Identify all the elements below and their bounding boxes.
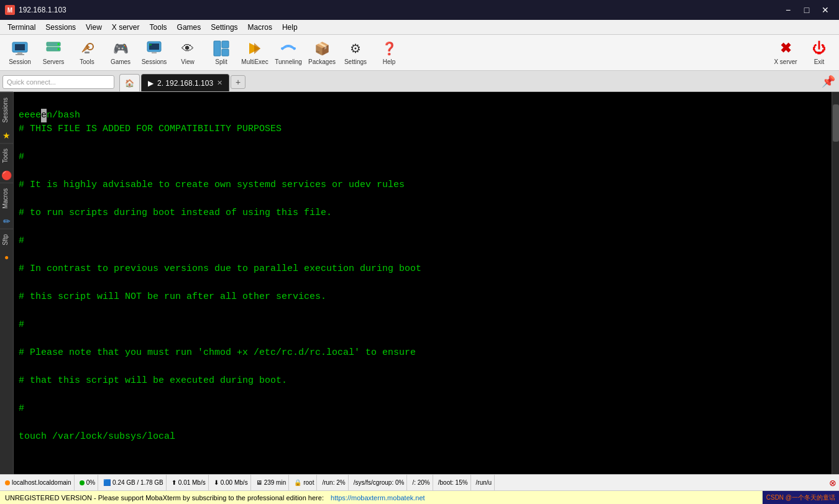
memory-label: 0.24 GB / 1.78 GB [112,479,163,486]
svg-point-7 [58,48,60,50]
toolbar-sessions-label: Sessions [142,58,167,65]
xserver-icon: ✖ [777,40,794,57]
menu-settings[interactable]: Settings [206,22,242,33]
status-cgroup: /sys/fs/cgroup: 0% [351,475,408,490]
toolbar-sessions[interactable]: Sessions [138,37,170,68]
quick-connect-field[interactable]: Quick connect... [2,75,114,89]
terminal-line6: # [19,236,24,246]
toolbar-session[interactable]: Session [4,37,36,68]
svg-rect-13 [214,41,221,56]
app-icon: M [5,5,15,15]
toolbar-xserver[interactable]: ✖ X server [769,37,802,68]
window-controls: − □ ✕ [779,4,834,16]
toolbar-split[interactable]: Split [205,37,237,68]
toolbar: Session Servers Tools 🎮 Games [0,35,839,71]
tab-active-session[interactable]: ▶ 2. 192.168.1.103 ✕ [141,74,229,91]
boot-label: /boot: 15% [438,479,468,486]
toolbar-xserver-label: X server [774,58,797,65]
toolbar-games-label: Games [111,58,131,65]
status-hostname: localhost.localdomain [2,475,75,490]
menu-help[interactable]: Help [277,22,303,33]
unreg-text: UNREGISTERED VERSION - Please support Mo… [5,494,324,502]
active-tab-label: 2. 192.168.1.103 [157,79,213,88]
packages-icon: 📦 [313,40,331,57]
menu-games[interactable]: Games [172,22,206,33]
close-button[interactable]: ✕ [817,4,834,16]
time-label: 239 min [264,479,287,486]
session-icon [11,40,29,57]
toolbar-tunneling[interactable]: Tunneling [272,37,305,68]
tab-close-button[interactable]: ✕ [217,79,222,87]
servers-icon [45,40,62,57]
menu-xserver[interactable]: X server [107,22,145,33]
side-tab-sftp[interactable]: Sftp [0,229,13,250]
unregistered-bar: UNREGISTERED VERSION - Please support Mo… [0,490,839,504]
toolbar-tunneling-label: Tunneling [275,58,302,65]
cursor: e [41,109,47,123]
terminal-line7: # In contrast to previous versions due t… [19,263,421,274]
side-tab-tools[interactable]: Tools [0,143,13,168]
minimize-button[interactable]: − [779,4,797,16]
games-icon: 🎮 [112,40,129,57]
split-icon [213,40,230,57]
status-run: /run: 2% [319,475,348,490]
terminal-output[interactable]: eeeeen/bash # THIS FILE IS ADDED FOR COM… [14,92,832,474]
terminal-scrollbar[interactable] [832,92,839,474]
side-tab-sessions[interactable]: Sessions [0,92,13,128]
status-run2: /run/u [474,475,495,490]
upload-label: 0.01 Mb/s [178,479,206,486]
status-time: 🖥 239 min [254,475,290,490]
terminal-line4: # It is highly advisable to create own s… [19,180,405,190]
menu-view[interactable]: View [81,22,107,33]
run2-label: /run/u [476,479,492,486]
quick-connect-placeholder: Quick connect... [7,78,56,86]
menu-terminal[interactable]: Terminal [2,22,40,33]
run-label: /run: 2% [322,479,345,486]
svg-rect-1 [15,44,25,50]
terminal-line8: # this script will NOT be run after all … [19,291,326,302]
maximize-button[interactable]: □ [798,4,815,16]
cgroup-label: /sys/fs/cgroup: 0% [354,479,405,486]
menu-macros[interactable]: Macros [243,22,277,33]
toolbar-view[interactable]: 👁 View [172,37,204,68]
user-label: root [303,479,314,486]
menu-bar: Terminal Sessions View X server Tools Ga… [0,20,839,35]
terminal-line9: # [19,319,24,330]
menu-sessions[interactable]: Sessions [40,22,81,33]
toolbar-settings[interactable]: ⚙ Settings [339,37,372,68]
pin-icon[interactable]: 📌 [822,75,835,88]
toolbar-servers-label: Servers [43,58,64,65]
tools-icon [78,40,96,57]
sftp-icon: ● [0,250,13,264]
toolbar-games[interactable]: 🎮 Games [104,37,137,68]
status-upload: ⬆ 0.01 Mb/s [169,475,209,490]
drop-icon: 🔴 [0,168,13,183]
title-bar: M 192.168.1.103 − □ ✕ [0,0,839,20]
title-bar-left: M 192.168.1.103 [5,5,66,15]
svg-rect-14 [222,41,229,48]
unreg-link[interactable]: https://mobaxterm.mobatek.net [331,494,425,502]
toolbar-help[interactable]: ❓ Help [373,37,405,68]
svg-rect-2 [17,52,22,54]
toolbar-settings-label: Settings [344,58,367,65]
svg-point-19 [293,47,296,50]
menu-tools[interactable]: Tools [145,22,172,33]
toolbar-multiexec[interactable]: MultiExec [239,37,271,68]
tab-add-button[interactable]: + [231,75,245,89]
status-download: ⬇ 0.00 Mb/s [211,475,251,490]
error-icon: ⊗ [829,478,837,488]
tunneling-icon [280,40,297,57]
side-tab-macros[interactable]: Macros [0,183,13,214]
cpu-label: 0% [86,479,95,486]
terminal-line13: touch /var/lock/subsys/local [19,431,175,442]
toolbar-exit[interactable]: ⏻ Exit [803,37,835,68]
toolbar-packages-label: Packages [308,58,336,65]
toolbar-servers[interactable]: Servers [37,37,70,68]
settings-icon: ⚙ [347,40,364,57]
tab-home[interactable]: 🏠 [119,74,140,91]
exit-icon: ⏻ [810,40,828,57]
view-icon: 👁 [179,40,196,57]
toolbar-tools[interactable]: Tools [71,37,103,68]
scroll-thumb[interactable] [833,104,839,142]
toolbar-packages[interactable]: 📦 Packages [306,37,338,68]
